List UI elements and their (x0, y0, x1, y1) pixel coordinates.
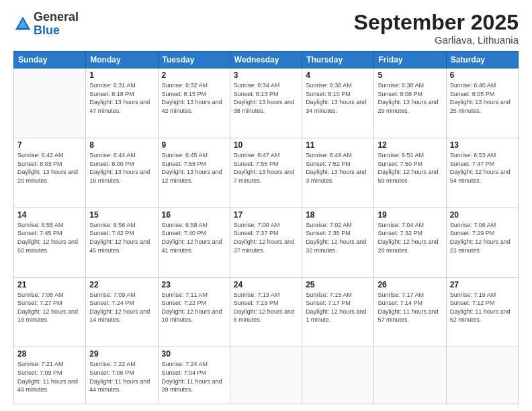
day-info: Sunrise: 7:11 AMSunset: 7:22 PMDaylight:… (162, 291, 226, 324)
day-info: Sunrise: 7:21 AMSunset: 7:09 PMDaylight:… (17, 360, 82, 394)
header-wednesday: Wednesday (230, 52, 302, 68)
day-info: Sunrise: 6:58 AMSunset: 7:40 PMDaylight:… (162, 221, 226, 255)
table-row: 8Sunrise: 6:44 AMSunset: 8:00 PMDaylight… (86, 138, 158, 208)
day-number: 25 (306, 280, 370, 289)
day-number: 23 (162, 280, 226, 289)
day-number: 2 (162, 71, 226, 80)
location: Garliava, Lithuania (354, 34, 519, 46)
day-number: 14 (17, 210, 82, 220)
table-row: 17Sunrise: 7:00 AMSunset: 7:37 PMDayligh… (230, 208, 302, 277)
day-info: Sunrise: 6:56 AMSunset: 7:42 PMDaylight:… (89, 221, 154, 255)
day-info: Sunrise: 7:22 AMSunset: 7:06 PMDaylight:… (89, 360, 154, 394)
table-row: 9Sunrise: 6:45 AMSunset: 7:58 PMDaylight… (158, 138, 230, 208)
weekday-header-row: Sunday Monday Tuesday Wednesday Thursday… (14, 52, 519, 68)
table-row: 29Sunrise: 7:22 AMSunset: 7:06 PMDayligh… (86, 347, 158, 404)
day-info: Sunrise: 7:15 AMSunset: 7:17 PMDaylight:… (306, 291, 370, 324)
logo-blue: Blue (34, 24, 79, 38)
logo-text: General Blue (34, 11, 79, 38)
day-number: 20 (450, 210, 515, 220)
table-row: 18Sunrise: 7:02 AMSunset: 7:35 PMDayligh… (302, 208, 374, 277)
table-row: 3Sunrise: 6:34 AMSunset: 8:13 PMDaylight… (230, 68, 302, 138)
day-number: 15 (89, 210, 154, 220)
day-number: 18 (306, 210, 370, 220)
logo: General Blue (13, 11, 79, 38)
day-info: Sunrise: 7:06 AMSunset: 7:29 PMDaylight:… (450, 221, 515, 255)
day-info: Sunrise: 7:13 AMSunset: 7:19 PMDaylight:… (234, 291, 298, 324)
logo-icon (13, 15, 32, 34)
day-number: 30 (162, 349, 226, 359)
table-row: 20Sunrise: 7:06 AMSunset: 7:29 PMDayligh… (446, 208, 518, 277)
day-info: Sunrise: 6:32 AMSunset: 8:15 PMDaylight:… (162, 81, 226, 115)
day-number: 16 (162, 210, 226, 220)
table-row: 12Sunrise: 6:51 AMSunset: 7:50 PMDayligh… (374, 138, 446, 208)
header-sunday: Sunday (14, 52, 86, 68)
day-number: 19 (378, 210, 442, 220)
table-row: 23Sunrise: 7:11 AMSunset: 7:22 PMDayligh… (158, 277, 230, 347)
day-info: Sunrise: 7:17 AMSunset: 7:14 PMDaylight:… (378, 291, 442, 324)
day-info: Sunrise: 6:31 AMSunset: 8:18 PMDaylight:… (89, 81, 154, 115)
table-row: 15Sunrise: 6:56 AMSunset: 7:42 PMDayligh… (86, 208, 158, 277)
day-info: Sunrise: 6:49 AMSunset: 7:52 PMDaylight:… (306, 151, 370, 185)
day-info: Sunrise: 6:55 AMSunset: 7:45 PMDaylight:… (17, 221, 82, 255)
day-info: Sunrise: 6:51 AMSunset: 7:50 PMDaylight:… (378, 151, 442, 185)
day-info: Sunrise: 7:19 AMSunset: 7:12 PMDaylight:… (450, 291, 515, 324)
day-number: 7 (17, 140, 82, 150)
table-row: 24Sunrise: 7:13 AMSunset: 7:19 PMDayligh… (230, 277, 302, 347)
table-row: 6Sunrise: 6:40 AMSunset: 8:05 PMDaylight… (446, 68, 518, 138)
header-monday: Monday (86, 52, 158, 68)
calendar: Sunday Monday Tuesday Wednesday Thursday… (13, 51, 519, 404)
table-row: 10Sunrise: 6:47 AMSunset: 7:55 PMDayligh… (230, 138, 302, 208)
day-number: 5 (378, 71, 442, 80)
day-number: 17 (234, 210, 298, 220)
logo-general: General (34, 11, 79, 24)
table-row: 5Sunrise: 6:38 AMSunset: 8:08 PMDaylight… (374, 68, 446, 138)
header-friday: Friday (374, 52, 446, 68)
table-row: 7Sunrise: 6:42 AMSunset: 8:03 PMDaylight… (14, 138, 86, 208)
table-row (14, 68, 86, 138)
day-number: 26 (378, 280, 442, 289)
table-row: 13Sunrise: 6:53 AMSunset: 7:47 PMDayligh… (446, 138, 518, 208)
table-row: 16Sunrise: 6:58 AMSunset: 7:40 PMDayligh… (158, 208, 230, 277)
table-row: 21Sunrise: 7:08 AMSunset: 7:27 PMDayligh… (14, 277, 86, 347)
day-info: Sunrise: 7:24 AMSunset: 7:04 PMDaylight:… (162, 360, 226, 394)
day-number: 8 (89, 140, 154, 150)
table-row: 11Sunrise: 6:49 AMSunset: 7:52 PMDayligh… (302, 138, 374, 208)
table-row: 2Sunrise: 6:32 AMSunset: 8:15 PMDaylight… (158, 68, 230, 138)
table-row: 27Sunrise: 7:19 AMSunset: 7:12 PMDayligh… (446, 277, 518, 347)
title-block: September 2025 Garliava, Lithuania (354, 11, 519, 46)
calendar-row: 28Sunrise: 7:21 AMSunset: 7:09 PMDayligh… (14, 347, 519, 404)
header: General Blue September 2025 Garliava, Li… (13, 11, 519, 46)
day-number: 11 (306, 140, 370, 150)
table-row (446, 347, 518, 404)
day-number: 10 (234, 140, 298, 150)
day-number: 3 (234, 71, 298, 80)
calendar-row: 1Sunrise: 6:31 AMSunset: 8:18 PMDaylight… (14, 68, 519, 138)
table-row: 22Sunrise: 7:09 AMSunset: 7:24 PMDayligh… (86, 277, 158, 347)
table-row: 26Sunrise: 7:17 AMSunset: 7:14 PMDayligh… (374, 277, 446, 347)
table-row (374, 347, 446, 404)
day-info: Sunrise: 7:09 AMSunset: 7:24 PMDaylight:… (89, 291, 154, 324)
calendar-row: 21Sunrise: 7:08 AMSunset: 7:27 PMDayligh… (14, 277, 519, 347)
table-row: 4Sunrise: 6:36 AMSunset: 8:10 PMDaylight… (302, 68, 374, 138)
calendar-row: 7Sunrise: 6:42 AMSunset: 8:03 PMDaylight… (14, 138, 519, 208)
calendar-row: 14Sunrise: 6:55 AMSunset: 7:45 PMDayligh… (14, 208, 519, 277)
day-number: 1 (89, 71, 154, 80)
header-tuesday: Tuesday (158, 52, 230, 68)
day-number: 28 (17, 349, 82, 359)
day-info: Sunrise: 6:47 AMSunset: 7:55 PMDaylight:… (234, 151, 298, 185)
table-row: 1Sunrise: 6:31 AMSunset: 8:18 PMDaylight… (86, 68, 158, 138)
day-info: Sunrise: 7:02 AMSunset: 7:35 PMDaylight:… (306, 221, 370, 255)
day-number: 29 (89, 349, 154, 359)
day-info: Sunrise: 6:44 AMSunset: 8:00 PMDaylight:… (89, 151, 154, 185)
table-row: 28Sunrise: 7:21 AMSunset: 7:09 PMDayligh… (14, 347, 86, 404)
day-number: 13 (450, 140, 515, 150)
day-number: 9 (162, 140, 226, 150)
table-row: 25Sunrise: 7:15 AMSunset: 7:17 PMDayligh… (302, 277, 374, 347)
table-row: 30Sunrise: 7:24 AMSunset: 7:04 PMDayligh… (158, 347, 230, 404)
header-thursday: Thursday (302, 52, 374, 68)
day-info: Sunrise: 7:00 AMSunset: 7:37 PMDaylight:… (234, 221, 298, 255)
day-number: 27 (450, 280, 515, 289)
table-row (230, 347, 302, 404)
day-number: 21 (17, 280, 82, 289)
day-info: Sunrise: 6:40 AMSunset: 8:05 PMDaylight:… (450, 81, 515, 115)
